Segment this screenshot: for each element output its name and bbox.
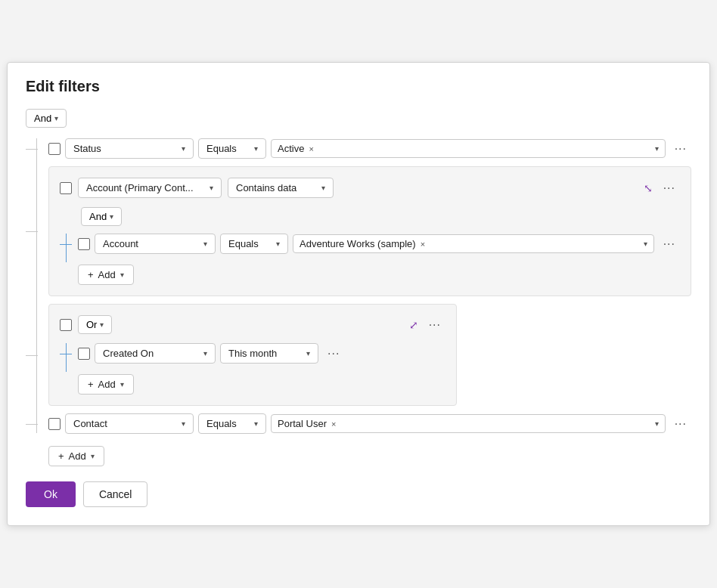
account-inner-value-dropdown[interactable]: Adventure Works (sample) × ▾ bbox=[293, 234, 654, 253]
account-inner-logic-chevron: ▾ bbox=[110, 212, 113, 221]
status-row-more-button[interactable]: ··· bbox=[670, 141, 691, 157]
or-group-collapse-button[interactable]: ⤢ bbox=[409, 319, 418, 331]
main-add-chevron: ▾ bbox=[91, 452, 95, 460]
contact-value-close[interactable]: × bbox=[331, 419, 336, 429]
status-field-label: Status bbox=[73, 143, 101, 154]
contact-filter-row: Contact ▾ Equals ▾ Portal User × ▾ ··· bbox=[48, 413, 691, 434]
dialog-title: Edit filters bbox=[26, 78, 691, 95]
account-operator-chevron: ▾ bbox=[321, 184, 325, 192]
account-inner-logic-button[interactable]: And ▾ bbox=[81, 207, 122, 226]
contact-operator-label: Equals bbox=[206, 418, 237, 429]
account-inner-checkbox[interactable] bbox=[78, 238, 90, 250]
account-group-actions: ⤡ ··· bbox=[644, 180, 680, 197]
account-inner-logic-row: And ▾ bbox=[81, 207, 680, 226]
status-operator-chevron: ▾ bbox=[254, 144, 258, 153]
account-field-dropdown[interactable]: Account (Primary Cont... ▾ bbox=[78, 178, 222, 198]
contact-operator-chevron: ▾ bbox=[254, 419, 258, 428]
main-add-button[interactable]: + Add ▾ bbox=[48, 446, 104, 466]
account-nested-group: Account (Primary Cont... ▾ Contains data… bbox=[48, 166, 691, 296]
createdon-field-chevron: ▾ bbox=[203, 349, 207, 357]
createdon-operator-dropdown[interactable]: This month ▾ bbox=[220, 343, 318, 364]
contact-value-dropdown[interactable]: Portal User × ▾ bbox=[271, 414, 666, 433]
account-group-collapse-button[interactable]: ⤡ bbox=[644, 182, 653, 194]
status-value-close[interactable]: × bbox=[309, 144, 313, 153]
status-field-chevron: ▾ bbox=[182, 144, 185, 153]
account-nested-inner: Account ▾ Equals ▾ Adventure Works (samp… bbox=[60, 234, 680, 285]
account-inner-field-dropdown[interactable]: Account ▾ bbox=[95, 234, 216, 254]
account-inner-operator-chevron: ▾ bbox=[276, 240, 280, 248]
createdon-checkbox[interactable] bbox=[78, 348, 90, 360]
account-group-header: Account (Primary Cont... ▾ Contains data… bbox=[60, 178, 680, 198]
or-logic-chevron: ▾ bbox=[100, 320, 104, 329]
createdon-field-dropdown[interactable]: Created On ▾ bbox=[95, 343, 216, 364]
add-label-inner: Add bbox=[98, 269, 116, 280]
account-field-chevron: ▾ bbox=[210, 184, 213, 192]
account-inner-value-close[interactable]: × bbox=[421, 240, 425, 249]
account-inner-value-chevron: ▾ bbox=[644, 240, 647, 248]
account-inner-logic-label: And bbox=[89, 211, 107, 222]
edit-filters-dialog: Edit filters And ▾ Status ▾ Equals ▾ Act… bbox=[7, 62, 710, 526]
top-logic-button[interactable]: And ▾ bbox=[26, 109, 67, 128]
createdon-row-more-button[interactable]: ··· bbox=[323, 345, 344, 362]
contact-field-dropdown[interactable]: Contact ▾ bbox=[65, 413, 194, 434]
contact-field-chevron: ▾ bbox=[182, 419, 185, 428]
or-add-label: Add bbox=[98, 379, 116, 390]
dialog-footer: Ok Cancel bbox=[26, 481, 691, 507]
or-logic-label: Or bbox=[86, 319, 97, 330]
top-logic-label: And bbox=[34, 113, 51, 124]
or-group-actions: ⤢ ··· bbox=[409, 317, 445, 333]
or-group-more-button[interactable]: ··· bbox=[424, 317, 445, 333]
account-group-checkbox[interactable] bbox=[60, 182, 72, 194]
account-inner-operator-dropdown[interactable]: Equals ▾ bbox=[220, 234, 288, 254]
account-inner-field-label: Account bbox=[103, 238, 138, 249]
createdon-operator-chevron: ▾ bbox=[306, 349, 310, 357]
status-field-dropdown[interactable]: Status ▾ bbox=[65, 138, 194, 159]
or-group-header: Or ▾ ⤢ ··· bbox=[60, 315, 445, 334]
or-group-row: Or ▾ ⤢ ··· Created On ▾ bbox=[48, 304, 691, 406]
account-operator-dropdown[interactable]: Contains data ▾ bbox=[228, 178, 334, 198]
or-nested-inner: Created On ▾ This month ▾ ··· + Add ▾ bbox=[60, 343, 445, 395]
or-logic-button[interactable]: Or ▾ bbox=[78, 315, 112, 334]
top-logic-chevron: ▾ bbox=[54, 114, 58, 122]
account-inner-operator-label: Equals bbox=[228, 238, 259, 249]
add-chevron-inner: ▾ bbox=[120, 271, 124, 279]
contact-value-chevron: ▾ bbox=[655, 419, 659, 428]
account-operator-label: Contains data bbox=[236, 182, 296, 193]
or-add-icon: + bbox=[88, 379, 94, 390]
contact-operator-dropdown[interactable]: Equals ▾ bbox=[198, 413, 266, 434]
contact-value-label: Portal User bbox=[278, 418, 327, 429]
status-row-checkbox[interactable] bbox=[48, 143, 61, 155]
main-add-label: Add bbox=[69, 450, 86, 462]
filter-rows-area: Status ▾ Equals ▾ Active × ▾ ··· Acc bbox=[26, 138, 691, 466]
createdon-operator-label: This month bbox=[228, 348, 277, 359]
contact-field-label: Contact bbox=[73, 418, 107, 429]
status-value-label: Active bbox=[278, 143, 304, 154]
main-add-icon: + bbox=[58, 450, 64, 462]
contact-row-more-button[interactable]: ··· bbox=[670, 416, 691, 432]
account-group-row: Account (Primary Cont... ▾ Contains data… bbox=[48, 166, 691, 296]
status-value-dropdown[interactable]: Active × ▾ bbox=[271, 139, 666, 158]
or-group-checkbox[interactable] bbox=[60, 319, 72, 331]
account-inner-add-button[interactable]: + Add ▾ bbox=[78, 265, 134, 285]
account-inner-row-more-button[interactable]: ··· bbox=[659, 236, 680, 252]
status-value-chevron: ▾ bbox=[655, 144, 659, 153]
or-nested-group: Or ▾ ⤢ ··· Created On ▾ bbox=[48, 304, 457, 406]
status-operator-dropdown[interactable]: Equals ▾ bbox=[198, 138, 266, 159]
createdon-field-label: Created On bbox=[103, 348, 154, 359]
cancel-button[interactable]: Cancel bbox=[83, 481, 148, 507]
or-inner-add-button[interactable]: + Add ▾ bbox=[78, 374, 134, 395]
account-inner-value-label: Adventure Works (sample) bbox=[300, 238, 416, 249]
status-operator-label: Equals bbox=[206, 143, 237, 154]
status-filter-row: Status ▾ Equals ▾ Active × ▾ ··· bbox=[48, 138, 691, 159]
account-group-more-button[interactable]: ··· bbox=[659, 180, 680, 197]
account-field-label: Account (Primary Cont... bbox=[86, 182, 194, 193]
ok-button[interactable]: Ok bbox=[26, 481, 76, 507]
or-add-chevron: ▾ bbox=[120, 380, 124, 388]
createdon-filter-row: Created On ▾ This month ▾ ··· bbox=[78, 343, 445, 364]
add-icon-inner: + bbox=[88, 269, 94, 280]
contact-row-checkbox[interactable] bbox=[48, 418, 61, 430]
account-inner-field-chevron: ▾ bbox=[203, 240, 207, 248]
account-inner-filter-row: Account ▾ Equals ▾ Adventure Works (samp… bbox=[78, 234, 680, 254]
